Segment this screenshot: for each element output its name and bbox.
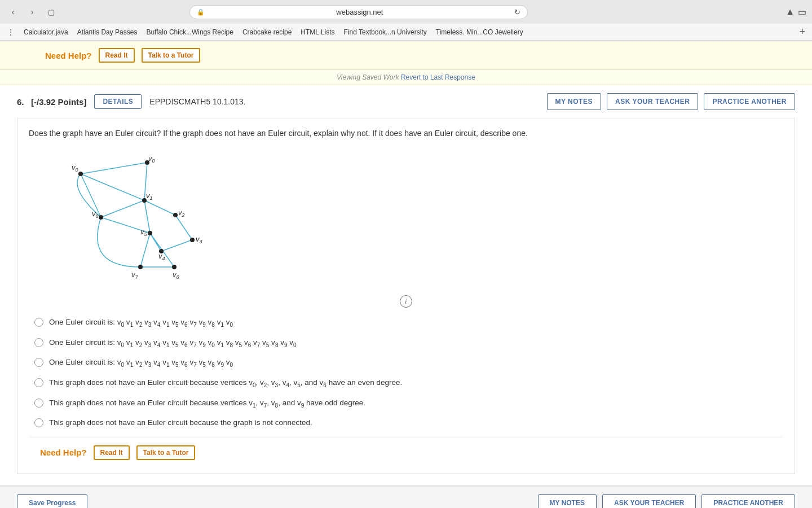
answer-choices: One Euler circuit is: v0 v1 v2 v3 v4 v1 … (29, 317, 783, 429)
svg-line-2 (81, 174, 144, 200)
svg-line-7 (175, 215, 192, 240)
bookmark-buffalo[interactable]: Buffalo Chick...Wings Recipe (146, 28, 233, 36)
svg-text:v7: v7 (131, 270, 139, 280)
info-icon[interactable]: 𝑖 (400, 295, 412, 308)
choice-text-d: This graph does not have an Euler circui… (49, 377, 402, 389)
details-button[interactable]: DETAILS (94, 94, 142, 109)
url-text: webassign.net (208, 8, 511, 16)
footer-area: Save Progress MY NOTES ASK YOUR TEACHER … (0, 485, 812, 508)
talk-to-tutor-button-top[interactable]: Talk to a Tutor (142, 48, 201, 63)
footer-practice-another-button[interactable]: PRACTICE ANOTHER (701, 494, 795, 508)
answer-choice-b: One Euler circuit is: v0 v1 v2 v3 v4 v1 … (34, 337, 778, 349)
talk-to-tutor-button-bottom[interactable]: Talk to a Tutor (136, 445, 196, 460)
choice-text-a: One Euler circuit is: v0 v1 v2 v3 v4 v1 … (49, 317, 233, 329)
footer-save-button[interactable]: Save Progress (17, 494, 87, 508)
svg-text:v5: v5 (140, 227, 148, 237)
footer-my-notes-button[interactable]: MY NOTES (538, 494, 597, 508)
choice-text-f: This graph does not have an Euler circui… (49, 417, 312, 428)
svg-line-6 (101, 200, 144, 217)
question-header: 6. [-/3.92 Points] DETAILS EPPDISCMATH5 … (17, 85, 795, 119)
svg-point-20 (190, 238, 195, 242)
bookmarks-bar: ⋮ Calculator.java Atlantis Day Passes Bu… (0, 24, 812, 41)
share-button[interactable]: ▲ (785, 7, 795, 17)
question-number: 6. [-/3.92 Points] (17, 97, 86, 107)
revert-link[interactable]: Revert to Last Response (401, 73, 475, 81)
bookmark-atlantis[interactable]: Atlantis Day Passes (77, 28, 138, 36)
answer-choice-a: One Euler circuit is: v0 v1 v2 v3 v4 v1 … (34, 317, 778, 329)
answer-choice-d: This graph does not have an Euler circui… (34, 377, 778, 389)
radio-e[interactable] (34, 398, 43, 408)
choice-text-c: One Euler circuit is: v0 v1 v2 v3 v4 v1 … (49, 357, 233, 369)
bookmark-html[interactable]: HTML Lists (301, 28, 334, 36)
svg-text:v0: v0 (148, 154, 155, 164)
bookmark-crabcake[interactable]: Crabcake recipe (242, 28, 292, 36)
info-icon-container: 𝑖 (29, 295, 783, 308)
grid-icon[interactable]: ⋮ (7, 28, 15, 37)
question-section: 6. [-/3.92 Points] DETAILS EPPDISCMATH5 … (0, 85, 812, 485)
radio-a[interactable] (34, 318, 43, 327)
browser-chrome: ‹ › ▢ 🔒 webassign.net ↻ ▲ ▭ ⋮ Calculator… (0, 0, 812, 41)
practice-another-button[interactable]: PRACTICE ANOTHER (704, 93, 795, 110)
radio-d[interactable] (34, 378, 43, 387)
svg-text:v6: v6 (173, 270, 179, 280)
page-content: Need Help? Read It Talk to a Tutor Viewi… (0, 41, 812, 508)
answer-choice-f: This graph does not have an Euler circui… (34, 417, 778, 428)
radio-b[interactable] (34, 338, 43, 347)
forward-button[interactable]: › (25, 5, 39, 19)
q-points: [-/3.92 Points] (31, 97, 86, 107)
svg-text:v8: v8 (92, 209, 99, 219)
svg-text:v2: v2 (178, 208, 185, 218)
svg-line-4 (144, 200, 175, 215)
choice-text-e: This graph does not have an Euler circui… (49, 397, 365, 410)
need-help-label-top: Need Help? (45, 51, 92, 60)
saved-work-bar: Viewing Saved Work Revert to Last Respon… (0, 70, 812, 85)
radio-c[interactable] (34, 358, 43, 367)
browser-toolbar: ‹ › ▢ 🔒 webassign.net ↻ ▲ ▭ (0, 0, 812, 24)
footer-left: Save Progress (17, 494, 87, 508)
my-notes-button[interactable]: MY NOTES (547, 93, 601, 110)
question-body: Does the graph have an Euler circuit? If… (17, 119, 795, 474)
answer-choice-e: This graph does not have an Euler circui… (34, 397, 778, 410)
footer-right: MY NOTES ASK YOUR TEACHER PRACTICE ANOTH… (538, 494, 796, 508)
q-num: 6. (17, 97, 24, 107)
svg-point-17 (99, 215, 103, 220)
svg-line-1 (81, 174, 101, 217)
read-it-button-bottom[interactable]: Read It (94, 445, 130, 460)
tab-view-button[interactable]: ▢ (44, 5, 59, 19)
add-bookmark-button[interactable]: + (799, 26, 805, 38)
header-actions: MY NOTES ASK YOUR TEACHER PRACTICE ANOTH… (547, 93, 796, 110)
lock-icon: 🔒 (197, 8, 205, 16)
svg-line-5 (144, 200, 150, 233)
radio-f[interactable] (34, 418, 43, 427)
bookmark-calculator[interactable]: Calculator.java (24, 28, 68, 36)
answer-choice-c: One Euler circuit is: v0 v1 v2 v3 v4 v1 … (34, 357, 778, 369)
svg-point-23 (172, 265, 176, 269)
back-button[interactable]: ‹ (6, 5, 20, 19)
footer-ask-teacher-button[interactable]: ASK YOUR TEACHER (602, 494, 696, 508)
bottom-need-help-bar: Need Help? Read It Talk to a Tutor (29, 437, 783, 468)
address-bar: 🔒 webassign.net ↻ (189, 5, 528, 19)
bookmark-textbook[interactable]: Find Textbook...n University (344, 28, 427, 36)
top-need-help-bar: Need Help? Read It Talk to a Tutor (0, 41, 812, 70)
svg-text:v0: v0 (72, 163, 78, 173)
ask-teacher-button[interactable]: ASK YOUR TEACHER (607, 93, 698, 110)
reload-button[interactable]: ↻ (514, 8, 520, 16)
browser-actions: ▲ ▭ (785, 7, 806, 17)
question-code: EPPDISCMATH5 10.1.013. (149, 97, 245, 106)
svg-point-18 (173, 213, 178, 217)
graph-container: v0 v0 v1 v8 v2 v5 v3 v4 v7 v6 (29, 148, 783, 290)
svg-point-22 (138, 265, 143, 269)
graph-svg: v0 v0 v1 v8 v2 v5 v3 v4 v7 v6 (51, 154, 232, 284)
read-it-button-top[interactable]: Read It (99, 48, 135, 63)
svg-text:v3: v3 (196, 235, 202, 244)
svg-line-11 (140, 233, 150, 267)
fullscreen-button[interactable]: ▭ (798, 7, 806, 17)
svg-line-8 (161, 240, 192, 251)
svg-line-0 (81, 163, 147, 174)
saved-work-text: Viewing Saved Work (337, 73, 399, 81)
svg-point-19 (148, 231, 152, 235)
svg-text:v1: v1 (146, 191, 153, 201)
question-text: Does the graph have an Euler circuit? If… (29, 128, 783, 139)
svg-point-14 (78, 172, 83, 176)
bookmark-timeless[interactable]: Timeless. Min...CO Jewellery (436, 28, 523, 36)
